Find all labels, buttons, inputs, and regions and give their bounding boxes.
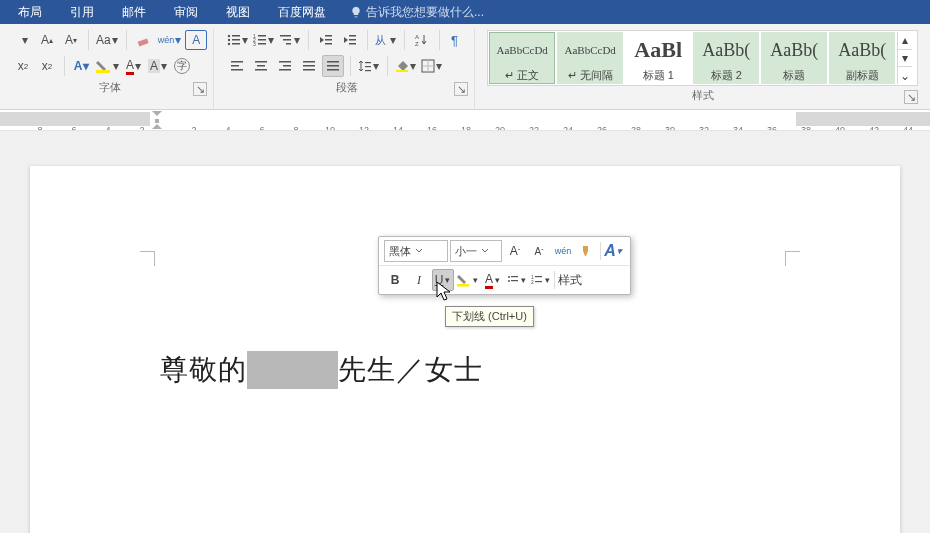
sort-button[interactable]: AZ — [411, 29, 433, 51]
align-left-button[interactable] — [226, 55, 248, 77]
svg-rect-31 — [257, 65, 265, 67]
svg-rect-14 — [280, 35, 291, 37]
svg-rect-42 — [365, 62, 371, 63]
multilevel-list-button[interactable]: ▾ — [278, 29, 302, 51]
svg-rect-0 — [137, 38, 148, 46]
clear-formatting-button[interactable] — [133, 29, 155, 51]
svg-rect-17 — [325, 35, 332, 37]
tab-layout[interactable]: 布局 — [4, 0, 56, 24]
increase-indent-button[interactable] — [339, 29, 361, 51]
svg-rect-9 — [258, 35, 266, 37]
tell-me-search[interactable]: 告诉我您想要做什么... — [340, 4, 484, 21]
enclose-characters-button[interactable]: 字 — [171, 55, 193, 77]
svg-text:从: 从 — [375, 34, 386, 46]
mini-bullets-button[interactable]: ▾ — [506, 269, 528, 291]
svg-text:3: 3 — [253, 41, 256, 47]
svg-rect-16 — [286, 43, 291, 45]
tab-view[interactable]: 视图 — [212, 0, 264, 24]
svg-rect-35 — [279, 69, 291, 71]
mini-pinyin-button[interactable]: wén — [552, 240, 574, 262]
svg-rect-1 — [96, 70, 110, 73]
style-preview: AaBbCcDd — [490, 33, 554, 67]
svg-rect-36 — [303, 61, 315, 63]
mini-bold-button[interactable]: B — [384, 269, 406, 291]
paragraph-group: ▾ 123▾ ▾ 从▾ AZ ¶ — [220, 28, 475, 109]
decrease-indent-button[interactable] — [315, 29, 337, 51]
bullets-button[interactable]: ▾ — [226, 29, 250, 51]
align-center-button[interactable] — [250, 55, 272, 77]
style-preview: AaBbCcDd — [558, 33, 622, 67]
mini-highlight-button[interactable]: ▾ — [456, 269, 480, 291]
style-item-0[interactable]: AaBbCcDd↵ 正文 — [489, 32, 555, 84]
tab-references[interactable]: 引用 — [56, 0, 108, 24]
align-right-icon — [278, 59, 292, 73]
mini-styles-label-button[interactable]: 样式 — [557, 269, 583, 291]
shrink-font-button[interactable]: A▾ — [60, 29, 82, 51]
separator — [554, 271, 555, 289]
svg-rect-15 — [283, 39, 291, 41]
text-effects-button[interactable]: A▾ — [71, 55, 93, 77]
pinyin-guide-button[interactable]: wén▾ — [157, 29, 184, 51]
style-item-2[interactable]: AaBl标题 1 — [625, 32, 691, 84]
styles-dialog-launcher[interactable]: ↘ — [904, 90, 918, 104]
mini-grow-font-button[interactable]: Aˆ — [504, 240, 526, 262]
numbering-button[interactable]: 123▾ — [252, 29, 276, 51]
mini-shrink-font-button[interactable]: Aˇ — [528, 240, 550, 262]
gallery-scroll[interactable]: ▴ ▾ ⌄ — [897, 32, 912, 84]
grow-font-button[interactable]: A▴ — [36, 29, 58, 51]
gallery-up-button[interactable]: ▴ — [898, 32, 912, 50]
style-item-1[interactable]: AaBbCcDd↵ 无间隔 — [557, 32, 623, 84]
borders-button[interactable]: ▾ — [420, 55, 444, 77]
horizontal-ruler[interactable]: 8642246810121416182022242628303234363840… — [0, 110, 930, 131]
tab-review[interactable]: 审阅 — [160, 0, 212, 24]
style-item-5[interactable]: AaBb(副标题 — [829, 32, 895, 84]
highlight-button[interactable]: ▾ — [95, 55, 121, 77]
mini-format-painter-button[interactable] — [576, 240, 598, 262]
mini-italic-button[interactable]: I — [408, 269, 430, 291]
tab-baidu-netdisk[interactable]: 百度网盘 — [264, 0, 340, 24]
styles-group-label: 样式↘ — [487, 86, 918, 107]
first-line-indent-marker[interactable] — [152, 111, 162, 129]
mini-font-size-select[interactable]: 小一 — [450, 240, 502, 262]
change-case-button[interactable]: Aa▾ — [95, 29, 120, 51]
distributed-button[interactable] — [322, 55, 344, 77]
mini-underline-button[interactable]: U▾ — [432, 269, 454, 291]
gallery-down-button[interactable]: ▾ — [898, 50, 912, 68]
subscript-button[interactable]: x2 — [12, 55, 34, 77]
document-text-line[interactable]: 尊敬的 先生／女士 — [160, 351, 483, 389]
font-color-button[interactable]: A▾ — [123, 55, 145, 77]
bullets-icon — [227, 33, 241, 47]
superscript-button[interactable]: x2 — [36, 55, 58, 77]
line-spacing-button[interactable]: ▾ — [357, 55, 381, 77]
document-area[interactable]: 尊敬的 先生／女士 黑体 小一 Aˆ Aˇ wén A▾ B I U▾ ▾ A▾… — [0, 131, 930, 533]
svg-point-2 — [228, 35, 230, 37]
paragraph-dialog-launcher[interactable]: ↘ — [454, 82, 468, 96]
character-shading-button[interactable]: A▾ — [147, 55, 169, 77]
shading-button[interactable]: ▾ — [394, 55, 418, 77]
mini-font-color-button[interactable]: A▾ — [482, 269, 504, 291]
style-item-3[interactable]: AaBb(标题 2 — [693, 32, 759, 84]
indent-icon — [343, 33, 357, 47]
mini-numbering-button[interactable]: 12▾ — [530, 269, 552, 291]
show-marks-button[interactable]: ¶ — [446, 29, 468, 51]
svg-rect-30 — [255, 61, 267, 63]
svg-rect-20 — [349, 35, 356, 37]
svg-rect-40 — [327, 65, 339, 67]
mini-styles-button[interactable]: A▾ — [603, 240, 625, 262]
svg-rect-44 — [365, 70, 371, 71]
selected-text[interactable] — [247, 351, 338, 389]
style-item-4[interactable]: AaBb(标题 — [761, 32, 827, 84]
tab-mailings[interactable]: 邮件 — [108, 0, 160, 24]
svg-rect-52 — [511, 276, 518, 277]
font-size-dropdown[interactable]: ▾ — [12, 29, 34, 51]
gallery-expand-button[interactable]: ⌄ — [898, 67, 912, 84]
font-dialog-launcher[interactable]: ↘ — [193, 82, 207, 96]
justify-button[interactable] — [298, 55, 320, 77]
styles-gallery[interactable]: AaBbCcDd↵ 正文AaBbCcDd↵ 无间隔AaBl标题 1AaBb(标题… — [487, 30, 918, 86]
page[interactable]: 尊敬的 先生／女士 — [30, 166, 900, 533]
align-right-button[interactable] — [274, 55, 296, 77]
character-border-button[interactable]: A — [185, 30, 207, 50]
svg-rect-38 — [303, 69, 315, 71]
asian-layout-button[interactable]: 从▾ — [374, 29, 398, 51]
mini-font-name-select[interactable]: 黑体 — [384, 240, 448, 262]
